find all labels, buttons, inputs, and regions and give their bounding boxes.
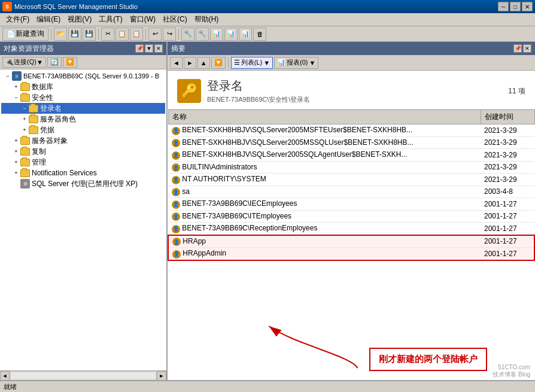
toolbar-btn-10[interactable]: 🔧 — [196, 28, 209, 41]
annotation-area: 刚才新建的两个登陆帐户 — [168, 308, 535, 380]
oe-refresh-button[interactable]: 🔄 — [47, 57, 62, 68]
menu-help[interactable]: 帮助(H) — [191, 13, 223, 26]
tree-logins-node[interactable]: − 登录名 — [1, 103, 165, 114]
summary-pin-button[interactable]: 📌 — [513, 44, 522, 53]
tree-notification-node[interactable]: + Notification Services — [1, 168, 165, 178]
toolbar-btn-1[interactable]: 📂 — [54, 28, 67, 41]
toolbar-btn-7[interactable]: ↩ — [148, 28, 162, 41]
panel-float-button[interactable]: ▼ — [145, 44, 153, 53]
summary-big-icon: 🔑 — [177, 79, 201, 103]
annotation-text: 刚才新建的两个登陆帐户 — [379, 354, 478, 364]
watermark-line2: 技术博客 Blog — [493, 370, 530, 379]
object-explorer-panel: 对象资源管理器 📌 ▼ ✕ 🔌 连接(Q) ▼ 🔄 🔽 − S — [0, 42, 168, 380]
toolbar-btn-8[interactable]: ↪ — [163, 28, 176, 41]
menu-view[interactable]: 视图(V) — [64, 13, 95, 26]
menu-edit[interactable]: 编辑(E) — [33, 13, 64, 26]
minimize-button[interactable]: ─ — [498, 2, 509, 11]
server-roles-folder-icon — [29, 114, 38, 124]
left-panel-scrollbar[interactable]: ◄ ► — [0, 370, 166, 380]
cell-name: 👤 BUILTIN\Administrators — [168, 161, 481, 174]
agent-icon: ⚙ — [20, 179, 30, 189]
table-row[interactable]: 👤 BUILTIN\Administrators2021-3-29 — [168, 161, 534, 174]
toolbar-btn-12[interactable]: 📊 — [224, 28, 238, 41]
table-row[interactable]: 👤 BENET-73A9BB69C\IECEmployees2001-1-27 — [168, 198, 534, 211]
close-button[interactable]: ✕ — [522, 2, 533, 11]
toolbar-btn-2[interactable]: 💾 — [68, 28, 81, 41]
security-label: 安全性 — [32, 93, 53, 103]
tree-management-node[interactable]: + 管理 — [1, 157, 165, 168]
replication-expand-icon[interactable]: + — [12, 147, 20, 156]
scroll-track[interactable] — [11, 372, 156, 379]
summary-title-text: 登录名 BENET-73A9BB69C\安全性\登录名 — [207, 78, 310, 104]
logins-expand-icon[interactable]: − — [20, 104, 29, 113]
forward-button[interactable]: ► — [184, 57, 196, 69]
tree-sql-agent-node[interactable]: ⚙ SQL Server 代理(已禁用代理 XP) — [1, 178, 165, 189]
table-row[interactable]: 👤 BENET-SXKH8HBJV\SQLServer2005MSSQLUser… — [168, 136, 534, 149]
tree-server-node[interactable]: − S BENET-73A9BB69C (SQL Server 9.0.1399… — [1, 71, 165, 81]
panel-controls[interactable]: 📌 ▼ ✕ — [135, 44, 163, 53]
new-query-button[interactable]: 📄 新建查询 — [2, 28, 48, 41]
toolbar-separator-4 — [178, 29, 179, 39]
toolbar-btn-11[interactable]: 📊 — [210, 28, 223, 41]
summary-close-button[interactable]: ✕ — [523, 44, 531, 53]
menu-window[interactable]: 窗口(W) — [126, 13, 159, 26]
server-expand-icon[interactable]: − — [4, 72, 12, 80]
table-row[interactable]: 👤 sa2003-4-8 — [168, 186, 534, 198]
connect-button[interactable]: 🔌 连接(Q) ▼ — [2, 57, 46, 68]
col-date[interactable]: 创建时间 — [481, 110, 534, 124]
list-view-button[interactable]: ☰ 列表(L) ▼ — [231, 57, 273, 69]
scroll-left-btn[interactable]: ◄ — [0, 371, 10, 381]
window-controls[interactable]: ─ □ ✕ — [498, 2, 533, 11]
filter-button[interactable]: 🔽 — [211, 57, 226, 69]
toolbar-btn-4[interactable]: ✂ — [101, 28, 114, 41]
table-row[interactable]: 👤 NT AUTHORITY\SYSTEM2021-3-29 — [168, 174, 534, 186]
back-button[interactable]: ◄ — [170, 57, 183, 69]
cell-date: 2021-3-29 — [481, 124, 534, 137]
databases-expand-icon[interactable]: + — [12, 83, 20, 91]
maximize-button[interactable]: □ — [510, 2, 521, 11]
menu-tools[interactable]: 工具(T) — [95, 13, 126, 26]
credentials-expand-icon[interactable]: + — [20, 126, 29, 134]
toolbar-btn-3[interactable]: 💾 — [83, 28, 96, 41]
tree-replication-node[interactable]: + 复制 — [1, 146, 165, 157]
menu-file[interactable]: 文件(F) — [2, 13, 33, 26]
tree-credentials-node[interactable]: + 凭据 — [1, 124, 165, 135]
tree-databases-node[interactable]: + 数据库 — [1, 81, 165, 92]
watermark: 51CTO.com 技术博客 Blog — [493, 364, 530, 379]
credentials-folder-icon — [29, 125, 38, 135]
oe-filter-button[interactable]: 🔽 — [63, 57, 77, 68]
tree-server-roles-node[interactable]: + 服务器角色 — [1, 114, 165, 124]
table-row[interactable]: 👤 HRAppAdmin2001-1-27 — [168, 248, 534, 260]
scroll-right-btn[interactable]: ► — [157, 371, 166, 381]
table-row[interactable]: 👤 BENET-73A9BB69C\ITEmployees2001-1-27 — [168, 210, 534, 223]
panel-pin-button[interactable]: 📌 — [135, 44, 144, 53]
server-roles-expand-icon[interactable]: + — [20, 115, 29, 123]
replication-label: 复制 — [32, 147, 46, 157]
tree-server-objects-node[interactable]: + 服务器对象 — [1, 135, 165, 146]
toolbar-btn-5[interactable]: 📋 — [115, 28, 129, 41]
col-name[interactable]: 名称 — [168, 110, 481, 124]
summary-panel-controls[interactable]: 📌 ✕ — [513, 44, 531, 53]
table-container[interactable]: 名称 创建时间 👤 BENET-SXKH8HBJV\SQLServer2005M… — [168, 110, 535, 308]
table-row[interactable]: 👤 HRApp2001-1-27 — [168, 235, 534, 248]
toolbar-btn-9[interactable]: 🔧 — [181, 28, 194, 41]
panel-close-button[interactable]: ✕ — [154, 44, 163, 53]
toolbar-btn-6[interactable]: 📋 — [130, 28, 143, 41]
security-expand-icon[interactable]: − — [12, 93, 20, 102]
server-objects-expand-icon[interactable]: + — [12, 136, 20, 145]
new-query-icon: 📄 — [7, 30, 16, 38]
table-row[interactable]: 👤 BENET-SXKH8HBJV\SQLServer2005SQLAgentU… — [168, 149, 534, 162]
tree-view[interactable]: − S BENET-73A9BB69C (SQL Server 9.0.1399… — [0, 69, 166, 370]
tree-security-node[interactable]: − 安全性 — [1, 92, 165, 103]
toolbar-btn-13[interactable]: 📊 — [239, 28, 252, 41]
toolbar-btn-14[interactable]: 🗑 — [253, 28, 266, 41]
report-button[interactable]: 📊 报表(0) ▼ — [274, 57, 318, 69]
up-button[interactable]: ▲ — [197, 57, 210, 69]
management-expand-icon[interactable]: + — [12, 158, 20, 166]
table-row[interactable]: 👤 BENET-SXKH8HBJV\SQLServer2005MSFTEUser… — [168, 124, 534, 137]
table-row[interactable]: 👤 BENET-73A9BB69C\ReceptionEmployees2001… — [168, 223, 534, 235]
notification-folder-icon — [20, 168, 30, 178]
notification-expand-icon[interactable]: + — [12, 169, 20, 177]
menu-community[interactable]: 社区(C) — [159, 13, 191, 26]
user-icon: 👤 — [172, 238, 181, 246]
